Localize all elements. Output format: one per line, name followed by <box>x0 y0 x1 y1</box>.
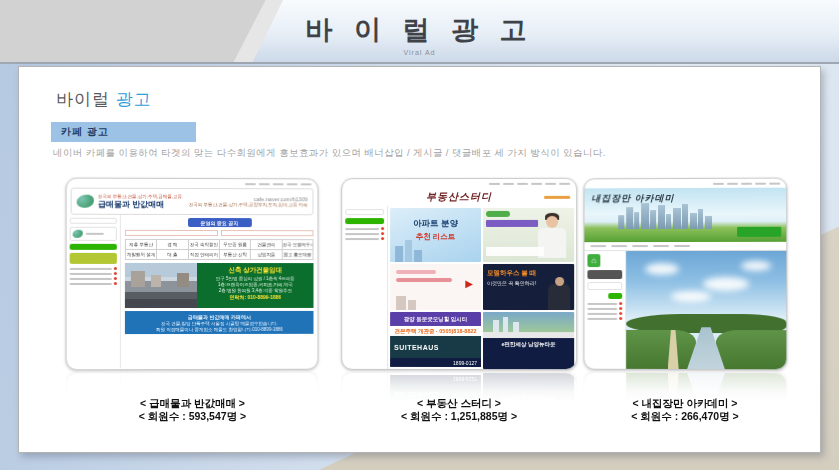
cafe1-ad-text: 신축 상가건물임대 인구 5만명 중심리 상권 / 1층씩 4프라둥 1층:프랜… <box>197 263 314 308</box>
slide: 바 이 럴 광 고 Viral Ad 바이럴 광고 카페 광고 네이버 카페를 … <box>0 0 839 470</box>
cafe1-notice-badge: 운영의 중요 공지 <box>188 218 252 227</box>
cafe2-caption-members: < 회원수 : 1,251,885명 > <box>341 410 577 423</box>
cafe1-ad-banner: 신축 상가건물임대 인구 5만명 중심리 상권 / 1층씩 4프라둥 1층:프랜… <box>125 263 314 308</box>
cafe1-screenshot: 전국의 부동산,건물,상가,주택,급매물,교류 급매물과 반값매매 cafe.n… <box>66 178 319 371</box>
cafe3-search-button <box>608 293 622 299</box>
cafe3-join-button <box>587 270 622 279</box>
page-title-gray: 바이럴 <box>56 90 110 109</box>
cafe1-main: 운영의 중요 공지 제휴 부동산경 매전국 숙박할인무보증 원룸건물관리전국 모… <box>121 215 318 368</box>
cafe3-landscape-photo <box>626 251 786 370</box>
cafe3-caption: < 내집장만 아카데미 > < 회원수 : 266,470명 > <box>559 397 811 423</box>
cafe1-caption: < 급매물과 반값매매 > < 회원수 : 593,547명 > <box>66 397 319 423</box>
cafe2-screenshot: 부동산스터디 <box>341 178 577 370</box>
cafe1-action-button <box>70 253 117 264</box>
cafe1-caption-members: < 회원수 : 593,547명 > <box>66 410 319 423</box>
cafe2-top-nav <box>342 179 576 188</box>
cafe1-url-sub: 전국의 부동산,건물,상가,주택,공장부지,토지,임야,교류 카페 <box>189 202 308 207</box>
cafe3-sidebar: ⌂ <box>584 251 626 370</box>
cafe3-caption-members: < 회원수 : 266,470명 > <box>559 410 811 423</box>
cafe3-screenshot: 내집장만 아카데미 ⌂ <box>583 178 787 371</box>
cafe1-tagline: 전국의 부동산,건물,상가,주택,급매물,교류 <box>98 193 182 198</box>
cafe2-join-button <box>345 218 384 224</box>
content-card: 바이럴 광고 카페 광고 네이버 카페를 이용하여 타겟의 맞는 다수회원에게 … <box>18 66 821 453</box>
white-label <box>486 247 544 256</box>
cafe2-thumbnail-wrap: 부동산스터디 <box>341 178 577 402</box>
purple-label <box>486 220 538 227</box>
cafe1-ad-photo <box>125 263 197 308</box>
cafe3-thumbnail-wrap: 내집장만 아카데미 ⌂ <box>583 178 787 403</box>
home-icon: ⌂ <box>587 254 600 267</box>
cafe2-caption-name: < 부동산 스터디 > <box>341 397 577 410</box>
section-label-cafe-ad: 카페 광고 <box>51 122 196 142</box>
cafe1-title: 급매물과 반값매매 <box>98 198 182 209</box>
page-title: 바이럴 광고 <box>56 88 152 111</box>
cafe2-ad-apartment: 아파트 분양 추천 리스트 <box>390 208 481 262</box>
cafe2-caption: < 부동산 스터디 > < 회원수 : 1,251,885명 > <box>341 397 577 423</box>
cafe2-ad-grid: 아파트 분양 추천 리스트 <box>388 206 576 370</box>
cafe3-green-badge <box>737 227 781 237</box>
cafe1-header: 전국의 부동산,건물,상가,주택,급매물,교류 급매물과 반값매매 cafe.n… <box>71 188 314 216</box>
cafe2-ad-modelhouse: 모델하우스 볼 때 이것만은 꼭 확인하라! <box>483 264 574 310</box>
cafe1-sidebar <box>67 215 121 369</box>
cafe1-blue-strip: 급매물과 반값매매 카페에서 전국 건물,빌딩 단독주택 서울집 시골땅 매물접… <box>125 311 314 334</box>
cafe3-caption-name: < 내집장만 아카데미 > <box>559 397 811 410</box>
description-text: 네이버 카페를 이용하여 타겟의 맞는 다수회원에게 홍보효과가 있으며 배너삽… <box>53 147 606 160</box>
cafe2-header: 부동산스터디 <box>342 188 576 206</box>
cafe2-sidebar <box>342 206 388 370</box>
cafe1-thumbnail-wrap: 전국의 부동산,건물,상가,주택,급매물,교류 급매물과 반값매매 cafe.n… <box>66 178 319 403</box>
cafe2-header-accent <box>544 195 570 198</box>
cafe1-join-button <box>70 244 117 250</box>
cafe2-ad-youtube <box>483 208 574 262</box>
page-title-blue: 광고 <box>116 90 152 109</box>
cafe2-ad-hills: ▶ <box>390 264 481 310</box>
cafe3-header-image: 내집장만 아카데미 <box>584 188 786 243</box>
cafe1-header-right: cafe.naver.com/b1309 전국의 부동산,건물,상가,주택,공장… <box>189 196 308 207</box>
cafe3-menu-bar <box>584 242 786 251</box>
green-pill <box>486 211 510 217</box>
cafe1-keyword-table: 제휴 부동산경 매전국 숙박할인무보증 원룸건물관리전국 모델하우스 개발행위 … <box>125 239 314 260</box>
red-arrow-icon: ▶ <box>465 278 473 289</box>
cafe3-skyline <box>618 203 711 229</box>
cafe2-ad-gwangyang: 광양 동문굿모닝힐 임시티 견본주택 개관중 · 0505)818-8822 S… <box>390 312 481 369</box>
cafe1-logo-icon <box>77 195 94 208</box>
cafe1-caption-name: < 급매물과 반값매매 > <box>66 397 319 410</box>
cafe1-title-block: 전국의 부동산,건물,상가,주택,급매물,교류 급매물과 반값매매 <box>98 193 182 209</box>
cafe2-logo: 부동산스터디 <box>426 190 492 204</box>
cafe2-ad-epyeonhansesang: e편한세상 남양뉴타운 <box>483 312 574 369</box>
cafe1-notice-lists <box>125 230 314 236</box>
